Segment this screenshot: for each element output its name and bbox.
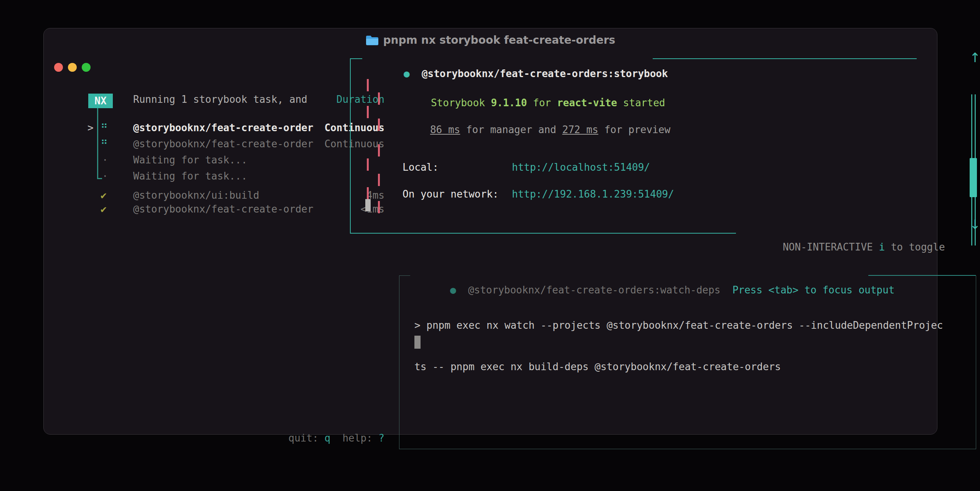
output-gutter-bar xyxy=(378,119,380,131)
task-row[interactable]: · Waiting for task... xyxy=(44,168,384,184)
local-url-link[interactable]: http://localhost:51409/ xyxy=(512,159,650,175)
watch-command-output: > pnpm exec nx watch --projects @storybo… xyxy=(414,291,943,401)
task-name: @storybooknx/feat-create-order xyxy=(133,136,313,152)
task-name: Waiting for task... xyxy=(133,168,247,184)
spinner-icon: ⠛ xyxy=(101,120,108,136)
task-row-done[interactable]: ✔ @storybooknx/ui:build 4ms xyxy=(44,187,384,201)
pending-dot-icon: · xyxy=(102,152,108,168)
output-gutter-bar xyxy=(367,187,369,199)
task-name: @storybooknx/feat-create-order xyxy=(133,201,313,217)
command-line: > pnpm exec nx watch --projects @storybo… xyxy=(414,318,943,332)
network-url-link[interactable]: http://192.168.1.239:51409/ xyxy=(512,186,674,202)
task-status: Continuous xyxy=(324,136,384,152)
folder-icon xyxy=(366,35,379,46)
interactive-toggle-hint: NON-INTERACTIVE i to toggle xyxy=(747,226,945,240)
storybook-box-border-left xyxy=(350,59,351,233)
task-duration: <1ms xyxy=(360,201,384,217)
storybook-timing-line: 86 ms for manager and 272 ms for preview xyxy=(394,105,670,154)
help-label: help: xyxy=(330,432,378,444)
storybook-box-border-bottom xyxy=(350,233,736,234)
task-name: @storybooknx/feat-create-order xyxy=(133,120,313,136)
task-status: Continuous xyxy=(324,120,384,136)
terminal-cursor xyxy=(365,199,371,211)
terminal-window: pnpm nx storybook feat-create-orders NX … xyxy=(43,28,937,435)
storybook-pane-title: @storybooknx/feat-create-orders:storyboo… xyxy=(422,68,668,79)
task-name: Waiting for task... xyxy=(133,152,247,168)
help-key: ? xyxy=(378,432,384,444)
scroll-up-arrow[interactable]: ↑ xyxy=(969,51,980,64)
storybook-box-border-top-stub xyxy=(350,58,362,59)
toggle-key: i xyxy=(879,241,885,253)
task-row[interactable]: ⠛ @storybooknx/feat-create-order Continu… xyxy=(44,136,384,152)
task-row[interactable]: ⠛ @storybooknx/feat-create-order Continu… xyxy=(44,120,384,136)
quit-label: quit: xyxy=(289,432,325,444)
scrollbar-thumb[interactable] xyxy=(970,158,977,197)
check-icon: ✔ xyxy=(101,201,107,217)
network-label: On your network: xyxy=(403,186,498,202)
output-gutter-bar xyxy=(367,158,369,171)
pending-dot-icon: · xyxy=(102,168,108,184)
running-bullet-icon: ● xyxy=(404,68,410,79)
storybook-box-border-top xyxy=(653,58,917,59)
tasks-pane: NX > Running 1 storybook task, and Durat… xyxy=(44,28,350,434)
watch-deps-pane: ● @storybooknx/feat-create-orders:watch-… xyxy=(399,275,976,449)
task-row-done[interactable]: ✔ @storybooknx/feat-create-order <1ms xyxy=(44,201,384,215)
keybind-footer: quit: q help: ? xyxy=(44,414,384,462)
watch-deps-header: ● @storybooknx/feat-create-orders:watch-… xyxy=(410,268,898,283)
output-gutter-bar xyxy=(367,79,369,91)
command-line: ts -- pnpm exec nx build-deps @storybook… xyxy=(414,360,943,374)
watch-box-border-top-right xyxy=(868,275,976,276)
window-title: pnpm nx storybook feat-create-orders xyxy=(383,34,615,46)
output-gutter-bar xyxy=(378,144,380,157)
output-gutter-bar xyxy=(378,174,380,186)
output-gutter-bar xyxy=(367,106,369,118)
output-gutter-bar xyxy=(378,92,380,105)
scroll-down-arrow[interactable]: ↓ xyxy=(969,218,980,231)
tasks-header: Running 1 storybook task, and xyxy=(133,91,307,107)
output-gutter-bar xyxy=(378,201,380,213)
terminal-cursor xyxy=(414,336,421,349)
quit-key: q xyxy=(324,432,330,444)
task-row[interactable]: · Waiting for task... xyxy=(44,152,384,168)
local-label: Local: xyxy=(403,159,439,175)
spinner-icon: ⠛ xyxy=(101,136,108,152)
